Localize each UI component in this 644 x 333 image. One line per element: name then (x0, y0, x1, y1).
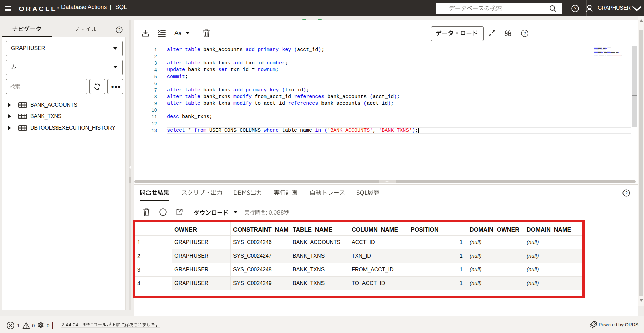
svg-text:?: ? (625, 190, 627, 195)
svg-text:?: ? (574, 6, 577, 11)
svg-text:?: ? (523, 31, 526, 36)
svg-text:?: ? (118, 27, 120, 32)
